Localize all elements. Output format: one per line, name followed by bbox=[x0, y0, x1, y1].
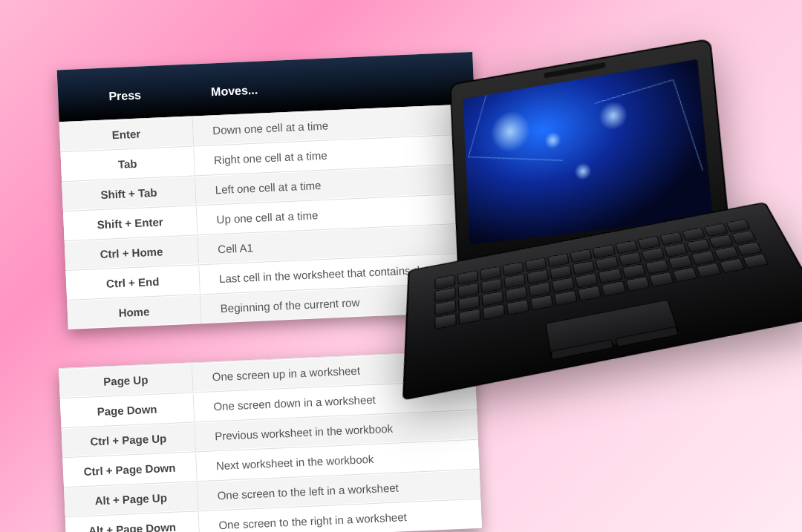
laptop-screen bbox=[463, 59, 713, 245]
keyboard-key bbox=[434, 313, 457, 329]
keyboard-key bbox=[649, 272, 674, 287]
shortcut-key: Ctrl + Page Down bbox=[62, 453, 197, 486]
keyboard-key bbox=[530, 295, 554, 311]
keyboard-key bbox=[602, 280, 626, 296]
shortcut-key: Shift + Tab bbox=[62, 177, 196, 210]
shortcut-key: Ctrl + End bbox=[65, 266, 200, 299]
shortcut-key: Alt + Page Up bbox=[64, 482, 198, 516]
keyboard-key bbox=[672, 267, 697, 283]
laptop-illustration: E49 bbox=[388, 39, 785, 450]
keyboard-key bbox=[459, 309, 481, 325]
header-press: Press bbox=[58, 86, 192, 105]
keyboard-key bbox=[743, 254, 769, 269]
shortcut-key: Home bbox=[67, 295, 201, 329]
shortcut-key: Ctrl + Page Up bbox=[62, 423, 196, 456]
keyboard-key bbox=[506, 299, 529, 315]
keyboard-key bbox=[696, 263, 722, 278]
shortcut-key: Alt + Page Down bbox=[65, 512, 200, 532]
shortcut-key: Shift + Enter bbox=[63, 206, 198, 240]
keyboard-key bbox=[554, 290, 578, 306]
shortcut-key: Page Down bbox=[60, 393, 195, 427]
keyboard-key bbox=[719, 258, 745, 273]
keyboard-key bbox=[483, 303, 506, 320]
keyboard-key bbox=[625, 276, 650, 292]
shortcut-key: Enter bbox=[59, 117, 194, 151]
shortcut-key: Ctrl + Home bbox=[65, 236, 199, 269]
shortcut-key: Tab bbox=[61, 147, 195, 180]
keyboard-key bbox=[578, 286, 602, 301]
shortcut-key: Page Up bbox=[59, 364, 193, 397]
